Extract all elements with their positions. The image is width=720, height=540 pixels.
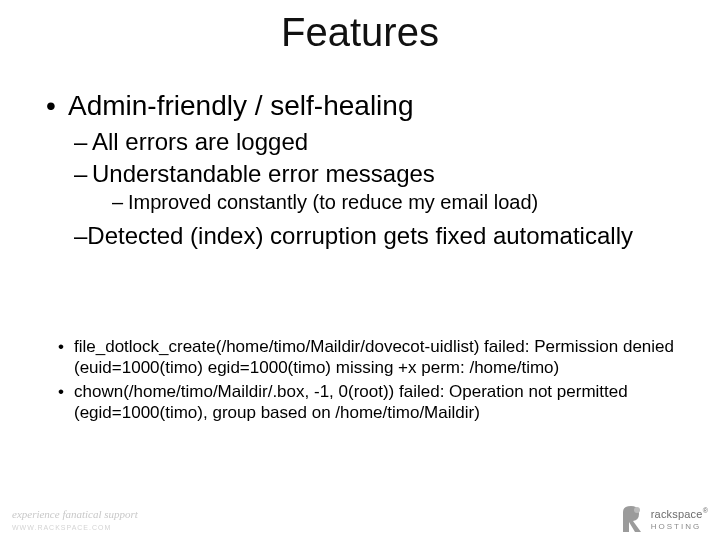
bullet-dot-icon: • <box>58 381 74 402</box>
footer-tagline: experience fanatical support WWW.RACKSPA… <box>12 508 138 532</box>
tagline-text: experience fanatical support <box>12 508 138 520</box>
bullet-text: Improved constantly (to reduce my email … <box>128 191 538 213</box>
tagline-url: WWW.RACKSPACE.COM <box>12 524 111 531</box>
bullet-dot-icon: • <box>46 90 68 122</box>
bullet-text: Detected (index) corruption gets fixed a… <box>87 222 633 249</box>
bullet-text: Admin-friendly / self-healing <box>68 90 414 121</box>
bullet-level3: –Improved constantly (to reduce my email… <box>112 191 674 214</box>
body-content: •Admin-friendly / self-healing –All erro… <box>46 90 674 254</box>
bullet-text: Understandable error messages <box>92 160 435 187</box>
brand-name: rackspace <box>651 508 703 520</box>
svg-point-0 <box>634 507 640 513</box>
dash-icon: – <box>74 160 92 188</box>
brand-sub: HOSTING <box>651 522 701 531</box>
rackspace-mark-icon <box>619 504 645 534</box>
slide-title: Features <box>0 10 720 55</box>
error-examples: •file_dotlock_create(/home/timo/Maildir/… <box>46 336 674 425</box>
rackspace-logo: rackspace® HOSTING <box>619 504 708 534</box>
dash-icon: – <box>74 222 87 249</box>
dash-icon: – <box>112 191 128 214</box>
error-line: •chown(/home/timo/Maildir/.box, -1, 0(ro… <box>46 381 674 424</box>
logo-text: rackspace® HOSTING <box>651 507 708 531</box>
error-text: chown(/home/timo/Maildir/.box, -1, 0(roo… <box>74 382 628 422</box>
registered-icon: ® <box>703 507 708 514</box>
error-line: •file_dotlock_create(/home/timo/Maildir/… <box>46 336 674 379</box>
bullet-dot-icon: • <box>58 336 74 357</box>
bullet-level2: –Detected (index) corruption gets fixed … <box>74 222 634 250</box>
bullet-level2: –Understandable error messages <box>74 160 674 188</box>
bullet-level2: –All errors are logged <box>74 128 674 156</box>
bullet-level1: •Admin-friendly / self-healing <box>46 90 674 122</box>
bullet-text: All errors are logged <box>92 128 308 155</box>
dash-icon: – <box>74 128 92 156</box>
error-text: file_dotlock_create(/home/timo/Maildir/d… <box>74 337 674 377</box>
slide: Features •Admin-friendly / self-healing … <box>0 0 720 540</box>
